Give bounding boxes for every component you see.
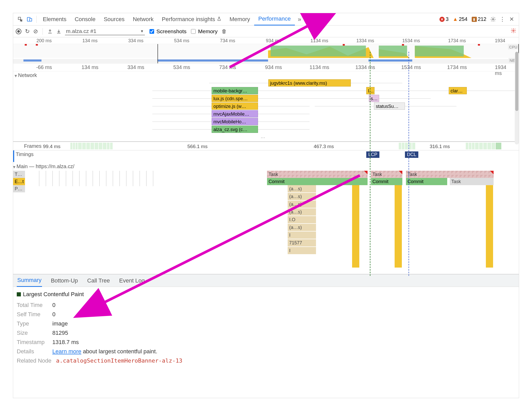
ruler-tick: 1334 ms xyxy=(356,38,374,44)
timing-marker-lcp[interactable]: LCP xyxy=(366,151,379,158)
flame-frame[interactable]: (a…s) xyxy=(288,185,316,192)
network-request[interactable]: lux.js (cdn.spe… xyxy=(212,95,258,102)
network-request[interactable]: mvcAjaxMobile… xyxy=(212,110,258,117)
flame-block[interactable]: E…t xyxy=(13,178,25,185)
overview-strip[interactable]: CPU NET xyxy=(13,44,519,64)
network-request[interactable]: alza_cz.svg (c… xyxy=(212,126,258,133)
performance-toolbar: ↻ ⊘ m.alza.cz #1▼ Screenshots Memory xyxy=(13,25,519,37)
perf-settings-icon[interactable] xyxy=(511,28,516,35)
kebab-icon[interactable]: ⋮ xyxy=(498,15,507,24)
settings-icon[interactable] xyxy=(488,15,498,24)
flame-task[interactable]: Task xyxy=(450,178,494,185)
flame-frame[interactable]: (a…s) xyxy=(288,208,316,216)
recording-picker[interactable]: m.alza.cz #1▼ xyxy=(65,28,145,35)
timeline-ruler[interactable]: -66 ms134 ms334 ms534 ms734 ms934 ms1134… xyxy=(13,64,519,71)
flame-script[interactable] xyxy=(352,185,359,268)
main-thread-label[interactable]: Main — https://m.alza.cz/ xyxy=(16,164,74,169)
svg-rect-9 xyxy=(25,44,27,46)
flame-frame[interactable]: (a…s) xyxy=(288,201,316,208)
close-icon[interactable]: ✕ xyxy=(507,15,516,24)
network-request[interactable]: jugvbkrc1s (www.clarity.ms) xyxy=(268,79,351,87)
flame-task[interactable]: Task xyxy=(371,171,402,178)
tab-memory[interactable]: Memory xyxy=(226,13,254,25)
network-request[interactable]: mobile-backgr… xyxy=(212,87,258,94)
network-request[interactable]: l… xyxy=(366,87,375,94)
flame-frame[interactable]: I xyxy=(288,232,316,239)
screenshots-checkbox[interactable]: Screenshots xyxy=(148,28,187,35)
flame-frame[interactable]: (a…s) xyxy=(288,224,316,231)
summary-value: 0 xyxy=(52,302,55,309)
upload-icon[interactable] xyxy=(47,29,53,34)
summary-value: image xyxy=(52,320,68,327)
more-tabs-icon[interactable]: » xyxy=(295,15,304,24)
flame-commit[interactable]: Commit xyxy=(267,178,368,185)
flame-commit[interactable]: Commit xyxy=(406,178,447,185)
network-label[interactable]: Network xyxy=(18,72,37,78)
flame-script[interactable] xyxy=(395,185,402,268)
overview-ruler[interactable]: 200 ms134 ms334 ms534 ms734 ms934 ms1134… xyxy=(13,37,519,44)
devtools-tabbar: ElementsConsoleSourcesNetworkPerformance… xyxy=(13,13,519,25)
network-request[interactable]: optimize.js (w… xyxy=(212,102,258,110)
timings-track[interactable]: Timings LCPDCL xyxy=(13,150,519,162)
warning-count[interactable]: ▲254 xyxy=(451,16,469,22)
tab-console[interactable]: Console xyxy=(71,13,100,25)
flame-commit[interactable]: Commit xyxy=(371,178,402,185)
ruler-tick: 734 ms xyxy=(220,38,235,44)
flame-block[interactable]: T… xyxy=(13,171,25,178)
ruler-tick: 1734 ms xyxy=(448,38,466,44)
download-icon[interactable] xyxy=(56,29,61,34)
frames-label: Frames xyxy=(13,143,43,149)
tab-network[interactable]: Network xyxy=(129,13,158,25)
reload-record-icon[interactable]: ↻ xyxy=(25,28,30,35)
flame-frame[interactable]: 71577 xyxy=(288,239,316,246)
network-request[interactable]: mvcMobileHo… xyxy=(212,118,258,125)
inspect-icon[interactable] xyxy=(16,15,25,24)
frame-duration: 467.3 ms xyxy=(314,144,334,149)
details-panel: SummaryBottom-UpCall TreeEvent Log Large… xyxy=(13,274,519,398)
network-request[interactable]: clar… xyxy=(449,87,467,94)
frame-duration: 566.1 ms xyxy=(187,144,207,149)
flame-task[interactable]: Task xyxy=(406,171,494,178)
vertical-scrollbar[interactable] xyxy=(515,52,519,144)
clear-icon[interactable]: ⊘ xyxy=(33,28,38,35)
summary-key: Size xyxy=(17,330,48,336)
summary-key: Timestamp xyxy=(17,339,48,346)
device-toggle-icon[interactable] xyxy=(25,15,34,24)
overview-selection-handle[interactable] xyxy=(157,44,519,63)
record-button[interactable] xyxy=(16,29,21,34)
details-tab-summary[interactable]: Summary xyxy=(17,275,42,287)
ruler-tick: 1534 ms xyxy=(402,38,420,44)
details-tab-call-tree[interactable]: Call Tree xyxy=(87,275,110,287)
garbage-collect-icon[interactable] xyxy=(221,29,227,34)
svg-point-3 xyxy=(492,19,494,20)
network-request[interactable]: statusSu… xyxy=(374,102,405,110)
tab-sources[interactable]: Sources xyxy=(99,13,129,25)
memory-checkbox[interactable]: Memory xyxy=(190,28,218,35)
flame-frame[interactable]: I xyxy=(288,247,316,254)
details-tabs: SummaryBottom-UpCall TreeEvent Log xyxy=(13,275,519,287)
info-count[interactable]: ▮212 xyxy=(470,16,488,22)
timing-marker-dcl[interactable]: DCL xyxy=(405,151,418,158)
network-request[interactable]: st… xyxy=(369,95,379,102)
tab-elements[interactable]: Elements xyxy=(39,13,71,25)
flame-task[interactable]: Task xyxy=(267,171,368,178)
details-tab-event-log[interactable]: Event Log xyxy=(119,275,145,287)
learn-more-link[interactable]: Learn more xyxy=(52,348,81,355)
flask-icon xyxy=(217,16,221,23)
flame-frame[interactable]: (a…s) xyxy=(288,193,316,200)
ruler-tick: 1534 ms xyxy=(401,64,421,70)
ruler-tick: 734 ms xyxy=(219,64,236,70)
recording-name: m.alza.cz #1 xyxy=(66,28,96,34)
ruler-tick: 200 ms xyxy=(36,38,52,44)
error-count[interactable]: ✕3 xyxy=(437,16,451,22)
tab-performance[interactable]: Performance xyxy=(254,13,295,25)
ruler-tick: 1334 ms xyxy=(355,64,375,70)
summary-content: Largest Contentful Paint Total Time0Self… xyxy=(13,287,519,371)
frames-track[interactable]: Frames 99.4 ms 566.1 ms 467.3 ms 316.1 m… xyxy=(13,141,519,150)
tab-performance-insights[interactable]: Performance insights xyxy=(158,13,226,25)
flame-script[interactable] xyxy=(486,185,493,268)
related-node-value[interactable]: a.catalogSectionItemHeroBanner-alz-13 xyxy=(56,357,182,364)
flame-frame[interactable]: I.O xyxy=(288,216,316,223)
flame-block[interactable]: P… xyxy=(13,185,25,192)
details-tab-bottom-up[interactable]: Bottom-Up xyxy=(50,275,78,287)
